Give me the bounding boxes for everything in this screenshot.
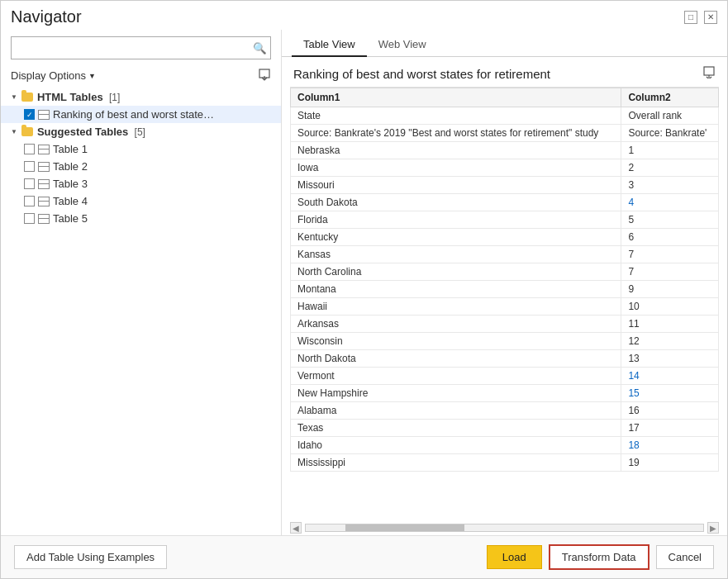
content-area: 🔍 Display Options ▼ — [1, 30, 727, 535]
table-row: Kentucky6 — [291, 229, 719, 246]
table-row: South Dakota4 — [291, 194, 719, 211]
table-row: Iowa2 — [291, 159, 719, 177]
import-button[interactable] — [258, 68, 271, 83]
table-cell-col1: Kansas — [291, 246, 621, 263]
table-row: New Hampshire15 — [291, 385, 719, 402]
svg-rect-2 — [704, 67, 714, 75]
tab-web-view[interactable]: Web View — [367, 33, 438, 57]
table3-checkbox[interactable] — [24, 178, 35, 189]
table-cell-col1: Arkansas — [291, 316, 621, 333]
table-cell-col2: 17 — [621, 420, 719, 437]
table-cell-col2: 13 — [621, 350, 719, 368]
preview-table: Column1 Column2 StateOverall rankSource:… — [290, 88, 719, 472]
table-row: Kansas7 — [291, 246, 719, 263]
search-button[interactable]: 🔍 — [249, 37, 270, 59]
import-icon — [258, 68, 271, 81]
scroll-left-button[interactable]: ◀ — [290, 522, 302, 534]
display-options-label: Display Options — [11, 69, 86, 82]
html-tables-group: ▼ HTML Tables [1] Ranking of best a — [1, 88, 281, 123]
table-cell-col2: 16 — [621, 402, 719, 420]
cancel-button[interactable]: Cancel — [656, 545, 714, 569]
table2-icon — [38, 162, 50, 172]
suggested-tables-count: [5] — [131, 126, 145, 138]
table-cell-col1: Vermont — [291, 368, 621, 385]
display-options-button[interactable]: Display Options ▼ — [11, 69, 96, 82]
suggested-tables-label: Suggested Tables — [37, 126, 128, 138]
data-table-scroll[interactable]: Column1 Column2 StateOverall rankSource:… — [290, 88, 719, 520]
table-cell-col2: 19 — [621, 454, 719, 472]
preview-export-icon[interactable] — [702, 65, 716, 82]
ranking-table-item[interactable]: Ranking of best and worst states for ret… — [1, 106, 281, 123]
table-cell-col1: Texas — [291, 420, 621, 437]
table3-item[interactable]: Table 3 — [1, 175, 281, 192]
table-cell-col2: 10 — [621, 298, 719, 316]
table1-checkbox[interactable] — [24, 144, 35, 154]
transform-data-button[interactable]: Transform Data — [549, 544, 649, 570]
scroll-track[interactable] — [305, 524, 704, 532]
table-row: Texas17 — [291, 420, 719, 437]
table2-label: Table 2 — [53, 160, 88, 173]
suggested-tables-header[interactable]: ▼ Suggested Tables [5] — [1, 123, 281, 140]
table-cell-col2: 18 — [621, 437, 719, 454]
table-cell-col2: 12 — [621, 333, 719, 350]
horizontal-scrollbar: ◀ ▶ — [282, 520, 727, 535]
table-cell-col1: Nebraska — [291, 142, 621, 159]
col1-header: Column1 — [291, 88, 621, 107]
table-cell-col1: Alabama — [291, 402, 621, 420]
html-tables-header[interactable]: ▼ HTML Tables [1] — [1, 88, 281, 106]
table5-item[interactable]: Table 5 — [1, 210, 281, 227]
table-row: Missouri3 — [291, 177, 719, 194]
ranking-table-checkbox[interactable] — [24, 109, 35, 120]
table-row: Montana9 — [291, 281, 719, 298]
table-row: Wisconsin12 — [291, 333, 719, 350]
bottom-bar: Add Table Using Examples Load Transform … — [1, 535, 727, 578]
table-cell-col1: South Dakota — [291, 194, 621, 211]
table5-checkbox[interactable] — [24, 213, 35, 224]
table-cell-col1: Florida — [291, 211, 621, 229]
table-row: Mississippi19 — [291, 454, 719, 472]
left-panel: 🔍 Display Options ▼ — [1, 30, 282, 535]
add-table-button[interactable]: Add Table Using Examples — [14, 545, 167, 569]
search-bar: 🔍 — [11, 36, 271, 59]
scroll-right-button[interactable]: ▶ — [707, 522, 719, 534]
table-cell-col1: Mississippi — [291, 454, 621, 472]
table-cell-col2: 4 — [621, 194, 719, 211]
tab-table-view[interactable]: Table View — [292, 33, 367, 57]
table2-item[interactable]: Table 2 — [1, 158, 281, 175]
table-row: Vermont14 — [291, 368, 719, 385]
table-cell-col1: North Dakota — [291, 350, 621, 368]
search-input[interactable] — [12, 37, 249, 59]
table4-checkbox[interactable] — [24, 196, 35, 206]
table-cell-col2: 1 — [621, 142, 719, 159]
table1-item[interactable]: Table 1 — [1, 140, 281, 158]
table-row: StateOverall rank — [291, 107, 719, 125]
suggested-tables-group: ▼ Suggested Tables [5] Table 1 — [1, 123, 281, 227]
table-cell-col1: State — [291, 107, 621, 125]
table-row: Source: Bankrate's 2019 "Best and worst … — [291, 125, 719, 142]
table-cell-col2: 14 — [621, 368, 719, 385]
data-table-wrapper: Column1 Column2 StateOverall rankSource:… — [290, 87, 719, 520]
table2-checkbox[interactable] — [24, 161, 35, 172]
title-bar: Navigator □ ✕ — [1, 1, 727, 30]
table-row: North Carolina7 — [291, 263, 719, 281]
table-row: Nebraska1 — [291, 142, 719, 159]
display-options-arrow-icon: ▼ — [88, 72, 96, 80]
table-cell-col2: 15 — [621, 385, 719, 402]
ranking-table-icon — [38, 110, 50, 120]
table-row: North Dakota13 — [291, 350, 719, 368]
html-tables-chevron-icon: ▼ — [11, 93, 17, 101]
table-row: Florida5 — [291, 211, 719, 229]
preview-title: Ranking of best and worst states for ret… — [293, 67, 550, 81]
table-cell-col2: 3 — [621, 177, 719, 194]
table-cell-col2: 7 — [621, 263, 719, 281]
table3-label: Table 3 — [53, 178, 88, 190]
minimize-button[interactable]: □ — [684, 11, 697, 24]
table4-item[interactable]: Table 4 — [1, 192, 281, 210]
suggested-tables-chevron-icon: ▼ — [11, 128, 17, 135]
display-options-row: Display Options ▼ — [1, 66, 281, 88]
table-row: Arkansas11 — [291, 316, 719, 333]
right-panel: Table View Web View Ranking of best and … — [282, 30, 727, 535]
load-button[interactable]: Load — [487, 545, 542, 569]
close-button[interactable]: ✕ — [704, 11, 717, 24]
table1-icon — [38, 145, 50, 154]
